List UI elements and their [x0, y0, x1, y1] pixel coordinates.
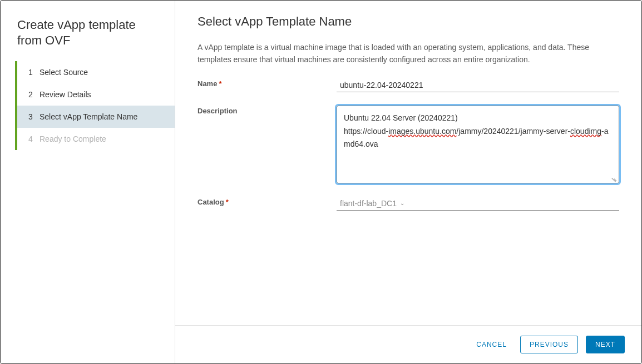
- description-label: Description: [197, 106, 337, 183]
- wizard-title: Create vApp template from OVF: [1, 1, 175, 61]
- description-text: /jammy/20240221/jammy-server-: [456, 127, 570, 136]
- description-control: Ubuntu 22.04 Server (20240221) https://c…: [337, 106, 619, 183]
- catalog-control: flant-df-lab_DC1 ⌄: [337, 197, 619, 211]
- chevron-down-icon: ⌄: [400, 200, 404, 206]
- step-number: 1: [28, 68, 38, 77]
- name-control: [337, 78, 619, 92]
- step-number: 3: [28, 112, 38, 121]
- step-number: 4: [28, 134, 38, 143]
- catalog-selected-value: flant-df-lab_DC1: [340, 199, 397, 208]
- form-row-description: Description Ubuntu 22.04 Server (2024022…: [197, 106, 619, 183]
- page-heading: Select vApp Template Name: [175, 1, 641, 41]
- step-ready-to-complete: 4 Ready to Complete: [17, 128, 175, 150]
- step-select-template-name[interactable]: 3 Select vApp Template Name: [17, 106, 175, 128]
- step-select-source[interactable]: 1 Select Source: [17, 61, 175, 83]
- step-number: 2: [28, 90, 38, 99]
- page-intro: A vApp template is a virtual machine ima…: [197, 41, 619, 66]
- step-label: Select vApp Template Name: [39, 112, 137, 121]
- page-body: A vApp template is a virtual machine ima…: [175, 41, 641, 325]
- wizard-steps: 1 Select Source 2 Review Details 3 Selec…: [1, 61, 175, 363]
- description-text: https://cloud-: [344, 127, 388, 136]
- name-label: Name*: [197, 78, 337, 92]
- catalog-label: Catalog*: [197, 197, 337, 211]
- required-indicator: *: [219, 79, 221, 88]
- name-input[interactable]: [337, 78, 619, 92]
- cancel-button[interactable]: CANCEL: [471, 336, 512, 353]
- description-text-spellerror: images.ubuntu.com: [388, 127, 456, 136]
- step-label: Select Source: [39, 68, 88, 77]
- catalog-label-text: Catalog: [197, 198, 224, 206]
- wizard-footer: CANCEL PREVIOUS NEXT: [175, 325, 641, 363]
- description-textarea[interactable]: Ubuntu 22.04 Server (20240221) https://c…: [337, 106, 619, 183]
- wizard-main: Select vApp Template Name A vApp templat…: [175, 1, 641, 363]
- name-label-text: Name: [197, 79, 217, 88]
- wizard-modal: Create vApp template from OVF 1 Select S…: [0, 0, 642, 364]
- wizard-sidebar: Create vApp template from OVF 1 Select S…: [1, 1, 175, 363]
- catalog-dropdown[interactable]: flant-df-lab_DC1 ⌄: [337, 197, 619, 211]
- form-row-name: Name*: [197, 78, 619, 92]
- next-button[interactable]: NEXT: [586, 336, 625, 353]
- form-row-catalog: Catalog* flant-df-lab_DC1 ⌄: [197, 197, 619, 211]
- resize-handle-icon[interactable]: [612, 176, 618, 182]
- step-review-details[interactable]: 2 Review Details: [17, 83, 175, 106]
- step-label: Review Details: [39, 90, 91, 99]
- required-indicator: *: [226, 198, 229, 206]
- description-text-spellerror: cloudimg: [570, 127, 601, 136]
- step-label: Ready to Complete: [39, 134, 106, 143]
- description-text: Ubuntu 22.04 Server (20240221): [344, 113, 458, 122]
- previous-button[interactable]: PREVIOUS: [520, 336, 578, 353]
